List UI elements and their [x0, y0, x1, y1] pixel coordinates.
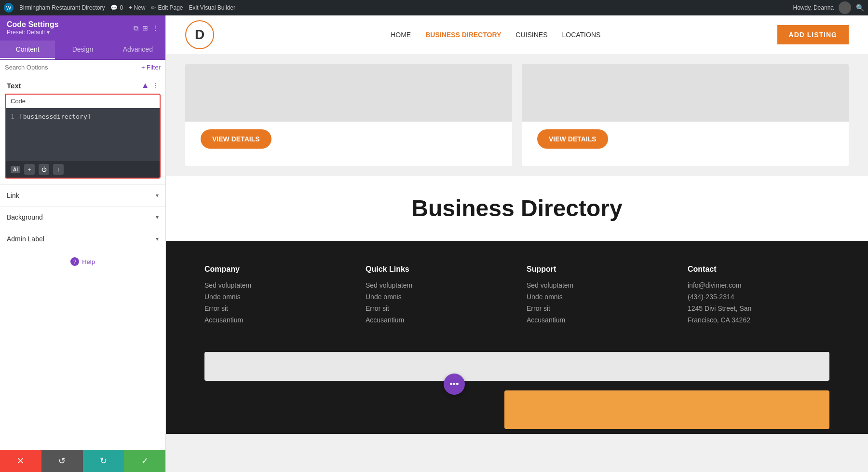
footer-support-link-1[interactable]: Sed voluptatem — [527, 281, 668, 289]
link-chevron-icon: ▾ — [156, 192, 159, 199]
footer-quicklinks-link-3[interactable]: Error sit — [366, 305, 507, 312]
footer-company-link-2[interactable]: Unde omnis — [204, 293, 346, 301]
footer-company-link-3[interactable]: Error sit — [204, 305, 346, 312]
add-listing-button[interactable]: ADD LISTING — [777, 25, 849, 44]
nav-locations[interactable]: LOCATIONS — [562, 31, 600, 39]
tab-content[interactable]: Content — [0, 41, 55, 59]
view-details-btn-2[interactable]: VIEW DETAILS — [537, 129, 608, 149]
admin-bar-right: Howdy, Deanna 🔍 — [793, 1, 865, 14]
admin-bar: W Birmingham Restaurant Directory 💬 0 + … — [0, 0, 868, 15]
site-name-link[interactable]: Birmingham Restaurant Directory — [19, 4, 105, 11]
panel-tabs: Content Design Advanced — [0, 41, 165, 60]
nav-cuisines[interactable]: CUISINES — [515, 31, 547, 39]
help-circle-icon: ? — [70, 257, 79, 266]
footer-company-link-4[interactable]: Accusantium — [204, 316, 346, 324]
add-code-btn[interactable]: + — [24, 164, 35, 175]
admin-label-section: Admin Label ▾ — [0, 228, 165, 250]
footer-col-quicklinks: Quick Links Sed voluptatem Unde omnis Er… — [366, 265, 507, 328]
howdy-text: Howdy, Deanna — [793, 4, 834, 11]
edit-icon: ✏ — [151, 4, 156, 11]
nav-home[interactable]: HOME — [391, 31, 411, 39]
footer-contact-address-1: 1245 Divi Street, San — [688, 305, 829, 312]
more-icon[interactable]: ⋮ — [152, 24, 159, 32]
footer-quicklinks-link-2[interactable]: Unde omnis — [366, 293, 507, 301]
exit-builder-link[interactable]: Exit Visual Builder — [189, 4, 236, 11]
site-nav: HOME BUSINESS DIRECTORY CUISINES LOCATIO… — [391, 31, 600, 39]
admin-label-section-title: Admin Label — [7, 235, 44, 243]
tab-advanced[interactable]: Advanced — [110, 41, 165, 59]
footer-contact-phone[interactable]: (434)-235-2314 — [688, 293, 829, 301]
panel-header-icons: ⧉ ⊞ ⋮ — [134, 24, 159, 32]
card-1-image — [185, 64, 512, 122]
footer-support-link-3[interactable]: Error sit — [527, 305, 668, 312]
cancel-button[interactable]: ✕ — [0, 450, 41, 472]
search-options-input[interactable] — [5, 64, 138, 71]
directory-title: Business Directory — [185, 195, 849, 222]
main-layout: Code Settings Preset: Default ▾ ⧉ ⊞ ⋮ Co… — [0, 15, 868, 472]
directory-section: Business Directory — [166, 176, 868, 241]
panel-header: Code Settings Preset: Default ▾ ⧉ ⊞ ⋮ — [0, 15, 165, 41]
code-editor[interactable]: 1 [businessdirectory] — [6, 108, 160, 161]
comments-link[interactable]: 💬 0 — [110, 4, 123, 11]
floating-menu-button[interactable]: ••• — [444, 374, 465, 395]
ai-badge: AI — [11, 166, 20, 173]
footer-quicklinks-link-4[interactable]: Accusantium — [366, 316, 507, 324]
tab-design[interactable]: Design — [55, 41, 110, 59]
bottom-orange-area — [166, 390, 868, 434]
footer-support-link-4[interactable]: Accusantium — [527, 316, 668, 324]
power-btn[interactable]: ⏻ — [39, 164, 49, 175]
text-section-menu[interactable]: ⋮ — [152, 82, 159, 89]
panel-header-left: Code Settings Preset: Default ▾ — [7, 20, 59, 36]
orange-block — [504, 390, 829, 429]
text-section-collapse[interactable]: ▲ — [141, 81, 149, 90]
panel-content: Text ▲ ⋮ Code 1 [businessdirectory] AI — [0, 75, 165, 450]
background-section-title: Background — [7, 213, 43, 221]
text-section-title: Text — [7, 82, 21, 90]
link-section-header[interactable]: Link ▾ — [0, 185, 165, 206]
footer-quicklinks-link-1[interactable]: Sed voluptatem — [366, 281, 507, 289]
wp-logo[interactable]: W — [4, 3, 14, 13]
view-details-btn-1[interactable]: VIEW DETAILS — [201, 129, 271, 149]
card-2-body: VIEW DETAILS — [522, 122, 849, 156]
footer-support-link-2[interactable]: Unde omnis — [527, 293, 668, 301]
bottom-search-bar[interactable] — [204, 352, 829, 381]
footer-contact-title: Contact — [688, 265, 829, 274]
admin-label-section-header[interactable]: Admin Label ▾ — [0, 228, 165, 250]
bottom-bar: ✕ ↺ ↻ ✓ — [0, 450, 165, 472]
admin-search-icon[interactable]: 🔍 — [856, 4, 864, 12]
new-content-link[interactable]: + New — [129, 4, 145, 11]
card-1: VIEW DETAILS — [185, 64, 512, 166]
background-section-header[interactable]: Background ▾ — [0, 207, 165, 228]
cards-row: VIEW DETAILS VIEW DETAILS — [185, 64, 849, 166]
footer-contact-address-2: Francisco, CA 34262 — [688, 316, 829, 324]
sort-btn[interactable]: ↕ — [53, 164, 64, 175]
panel-search-bar: + Filter — [0, 60, 165, 75]
duplicate-icon[interactable]: ⧉ — [134, 24, 138, 32]
help-button[interactable]: ? Help — [70, 257, 95, 266]
save-button[interactable]: ✓ — [124, 450, 165, 472]
redo-button[interactable]: ↻ — [83, 450, 124, 472]
panel-preset[interactable]: Preset: Default ▾ — [7, 29, 59, 36]
nav-business-directory[interactable]: BUSINESS DIRECTORY — [425, 31, 501, 39]
line-number: 1 — [11, 113, 14, 120]
text-section-header: Text ▲ ⋮ — [0, 75, 165, 94]
filter-button[interactable]: + Filter — [141, 64, 161, 71]
edit-page-link[interactable]: ✏ Edit Page — [151, 4, 183, 11]
site-footer: Company Sed voluptatem Unde omnis Error … — [166, 241, 868, 352]
card-2: VIEW DETAILS — [522, 64, 849, 166]
undo-button[interactable]: ↺ — [41, 450, 83, 472]
code-toolbar: AI + ⏻ ↕ — [6, 161, 160, 178]
footer-col-contact: Contact info@divimer.com (434)-235-2314 … — [688, 265, 829, 328]
footer-company-title: Company — [204, 265, 346, 274]
admin-label-chevron-icon: ▾ — [156, 236, 159, 242]
footer-col-support: Support Sed voluptatem Unde omnis Error … — [527, 265, 668, 328]
code-label: Code — [6, 95, 160, 108]
footer-quicklinks-title: Quick Links — [366, 265, 507, 274]
section-actions: ▲ ⋮ — [141, 81, 159, 90]
site-header: D HOME BUSINESS DIRECTORY CUISINES LOCAT… — [166, 15, 868, 54]
footer-col-company: Company Sed voluptatem Unde omnis Error … — [204, 265, 346, 328]
footer-contact-email[interactable]: info@divimer.com — [688, 281, 829, 289]
layout-icon[interactable]: ⊞ — [142, 24, 148, 32]
comment-icon: 💬 — [110, 4, 118, 11]
footer-company-link-1[interactable]: Sed voluptatem — [204, 281, 346, 289]
